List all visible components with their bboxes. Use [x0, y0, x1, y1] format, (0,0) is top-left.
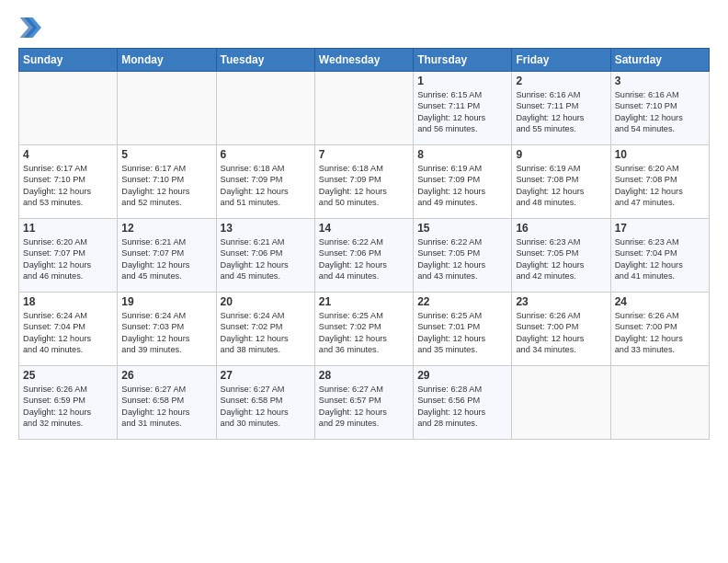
day-number: 15 — [417, 222, 507, 235]
calendar-cell: 13Sunrise: 6:21 AM Sunset: 7:06 PM Dayli… — [216, 219, 314, 293]
day-info: Sunrise: 6:25 AM Sunset: 7:01 PM Dayligh… — [417, 310, 507, 356]
day-number: 25 — [23, 369, 113, 382]
header-day: Monday — [118, 49, 216, 72]
day-info: Sunrise: 6:24 AM Sunset: 7:02 PM Dayligh… — [221, 310, 311, 356]
calendar-cell: 4Sunrise: 6:17 AM Sunset: 7:10 PM Daylig… — [19, 145, 118, 219]
day-info: Sunrise: 6:23 AM Sunset: 7:04 PM Dayligh… — [615, 236, 705, 282]
calendar-cell: 14Sunrise: 6:22 AM Sunset: 7:06 PM Dayli… — [314, 219, 413, 293]
calendar-cell: 11Sunrise: 6:20 AM Sunset: 7:07 PM Dayli… — [19, 219, 118, 293]
calendar-cell: 1Sunrise: 6:15 AM Sunset: 7:11 PM Daylig… — [414, 72, 512, 145]
day-number: 9 — [516, 148, 606, 161]
page-container: SundayMondayTuesdayWednesdayThursdayFrid… — [0, 0, 728, 449]
logo-icon — [18, 15, 44, 40]
day-number: 24 — [615, 295, 705, 308]
calendar-cell: 25Sunrise: 6:26 AM Sunset: 6:59 PM Dayli… — [19, 366, 118, 440]
calendar-cell: 6Sunrise: 6:18 AM Sunset: 7:09 PM Daylig… — [216, 145, 314, 219]
day-number: 4 — [23, 148, 113, 161]
day-info: Sunrise: 6:22 AM Sunset: 7:05 PM Dayligh… — [417, 236, 507, 282]
header-row: SundayMondayTuesdayWednesdayThursdayFrid… — [19, 49, 710, 72]
calendar-cell: 9Sunrise: 6:19 AM Sunset: 7:08 PM Daylig… — [512, 145, 610, 219]
calendar-cell: 15Sunrise: 6:22 AM Sunset: 7:05 PM Dayli… — [414, 219, 512, 293]
header — [18, 15, 710, 40]
day-number: 8 — [417, 148, 507, 161]
day-info: Sunrise: 6:21 AM Sunset: 7:07 PM Dayligh… — [121, 236, 211, 282]
day-number: 10 — [615, 148, 705, 161]
calendar-table: SundayMondayTuesdayWednesdayThursdayFrid… — [18, 48, 710, 440]
day-info: Sunrise: 6:17 AM Sunset: 7:10 PM Dayligh… — [121, 163, 211, 209]
day-info: Sunrise: 6:19 AM Sunset: 7:08 PM Dayligh… — [516, 163, 606, 209]
header-day: Wednesday — [314, 49, 413, 72]
day-number: 27 — [221, 369, 311, 382]
day-number: 28 — [319, 369, 409, 382]
logo — [18, 15, 48, 40]
calendar-cell: 29Sunrise: 6:28 AM Sunset: 6:56 PM Dayli… — [414, 366, 512, 440]
day-info: Sunrise: 6:28 AM Sunset: 6:56 PM Dayligh… — [417, 384, 507, 430]
calendar-cell — [610, 366, 709, 440]
day-number: 12 — [121, 222, 211, 235]
day-info: Sunrise: 6:26 AM Sunset: 6:59 PM Dayligh… — [23, 384, 113, 430]
calendar-cell: 23Sunrise: 6:26 AM Sunset: 7:00 PM Dayli… — [512, 293, 610, 366]
calendar-week-row: 4Sunrise: 6:17 AM Sunset: 7:10 PM Daylig… — [19, 145, 710, 219]
day-number: 2 — [516, 75, 606, 87]
calendar-header: SundayMondayTuesdayWednesdayThursdayFrid… — [19, 49, 710, 72]
day-info: Sunrise: 6:27 AM Sunset: 6:58 PM Dayligh… — [221, 384, 311, 430]
header-day: Saturday — [610, 49, 709, 72]
header-day: Tuesday — [216, 49, 314, 72]
calendar-cell: 5Sunrise: 6:17 AM Sunset: 7:10 PM Daylig… — [118, 145, 216, 219]
day-info: Sunrise: 6:16 AM Sunset: 7:11 PM Dayligh… — [516, 89, 606, 135]
calendar-cell — [118, 72, 216, 145]
day-number: 6 — [221, 148, 311, 161]
day-number: 20 — [221, 295, 311, 308]
calendar-cell: 7Sunrise: 6:18 AM Sunset: 7:09 PM Daylig… — [314, 145, 413, 219]
day-info: Sunrise: 6:18 AM Sunset: 7:09 PM Dayligh… — [319, 163, 409, 209]
calendar-cell — [19, 72, 118, 145]
day-number: 17 — [615, 222, 705, 235]
day-info: Sunrise: 6:24 AM Sunset: 7:04 PM Dayligh… — [23, 310, 113, 356]
day-info: Sunrise: 6:17 AM Sunset: 7:10 PM Dayligh… — [23, 163, 113, 209]
day-info: Sunrise: 6:16 AM Sunset: 7:10 PM Dayligh… — [615, 89, 705, 135]
day-number: 14 — [319, 222, 409, 235]
calendar-cell: 19Sunrise: 6:24 AM Sunset: 7:03 PM Dayli… — [118, 293, 216, 366]
day-number: 18 — [23, 295, 113, 308]
day-info: Sunrise: 6:24 AM Sunset: 7:03 PM Dayligh… — [121, 310, 211, 356]
day-info: Sunrise: 6:27 AM Sunset: 6:58 PM Dayligh… — [121, 384, 211, 430]
calendar-cell: 21Sunrise: 6:25 AM Sunset: 7:02 PM Dayli… — [314, 293, 413, 366]
calendar-cell: 16Sunrise: 6:23 AM Sunset: 7:05 PM Dayli… — [512, 219, 610, 293]
day-number: 3 — [615, 75, 705, 87]
calendar-week-row: 1Sunrise: 6:15 AM Sunset: 7:11 PM Daylig… — [19, 72, 710, 145]
day-info: Sunrise: 6:21 AM Sunset: 7:06 PM Dayligh… — [221, 236, 311, 282]
day-number: 26 — [121, 369, 211, 382]
calendar-body: 1Sunrise: 6:15 AM Sunset: 7:11 PM Daylig… — [19, 72, 710, 440]
day-info: Sunrise: 6:18 AM Sunset: 7:09 PM Dayligh… — [221, 163, 311, 209]
calendar-cell: 3Sunrise: 6:16 AM Sunset: 7:10 PM Daylig… — [610, 72, 709, 145]
day-info: Sunrise: 6:15 AM Sunset: 7:11 PM Dayligh… — [417, 89, 507, 135]
day-number: 13 — [221, 222, 311, 235]
day-number: 16 — [516, 222, 606, 235]
day-info: Sunrise: 6:22 AM Sunset: 7:06 PM Dayligh… — [319, 236, 409, 282]
calendar-cell: 26Sunrise: 6:27 AM Sunset: 6:58 PM Dayli… — [118, 366, 216, 440]
day-number: 5 — [121, 148, 211, 161]
day-number: 7 — [319, 148, 409, 161]
calendar-cell: 28Sunrise: 6:27 AM Sunset: 6:57 PM Dayli… — [314, 366, 413, 440]
day-info: Sunrise: 6:26 AM Sunset: 7:00 PM Dayligh… — [516, 310, 606, 356]
day-number: 23 — [516, 295, 606, 308]
calendar-cell — [314, 72, 413, 145]
day-info: Sunrise: 6:26 AM Sunset: 7:00 PM Dayligh… — [615, 310, 705, 356]
calendar-week-row: 11Sunrise: 6:20 AM Sunset: 7:07 PM Dayli… — [19, 219, 710, 293]
header-day: Friday — [512, 49, 610, 72]
calendar-week-row: 18Sunrise: 6:24 AM Sunset: 7:04 PM Dayli… — [19, 293, 710, 366]
calendar-cell: 2Sunrise: 6:16 AM Sunset: 7:11 PM Daylig… — [512, 72, 610, 145]
calendar-cell — [216, 72, 314, 145]
calendar-cell — [512, 366, 610, 440]
day-number: 11 — [23, 222, 113, 235]
day-number: 1 — [417, 75, 507, 87]
header-day: Thursday — [414, 49, 512, 72]
calendar-cell: 10Sunrise: 6:20 AM Sunset: 7:08 PM Dayli… — [610, 145, 709, 219]
calendar-cell: 20Sunrise: 6:24 AM Sunset: 7:02 PM Dayli… — [216, 293, 314, 366]
day-info: Sunrise: 6:20 AM Sunset: 7:08 PM Dayligh… — [615, 163, 705, 209]
day-number: 19 — [121, 295, 211, 308]
day-number: 21 — [319, 295, 409, 308]
day-info: Sunrise: 6:20 AM Sunset: 7:07 PM Dayligh… — [23, 236, 113, 282]
calendar-cell: 24Sunrise: 6:26 AM Sunset: 7:00 PM Dayli… — [610, 293, 709, 366]
day-number: 29 — [417, 369, 507, 382]
